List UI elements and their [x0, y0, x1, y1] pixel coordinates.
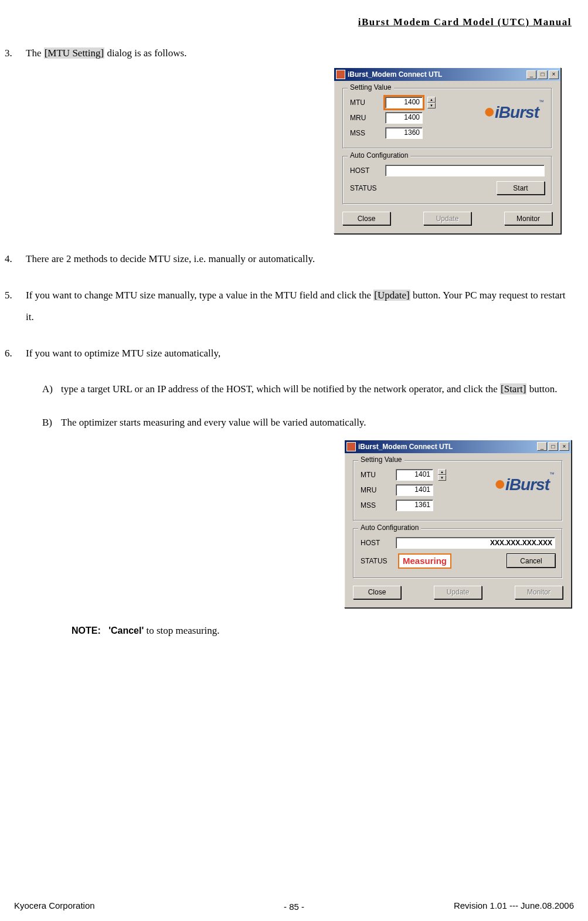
- mtu-input[interactable]: 1400: [385, 97, 423, 108]
- footer-right: Revision 1.01 --- June.08.2006: [454, 900, 574, 910]
- group-auto-config: Auto Configuration: [348, 151, 410, 159]
- page-content: The [MTU Setting] dialog is as follows. …: [5, 42, 572, 641]
- status-label: STATUS: [350, 184, 386, 192]
- host-label: HOST: [350, 166, 380, 175]
- close-button[interactable]: ×: [549, 70, 559, 79]
- minimize-button[interactable]: _: [526, 70, 536, 79]
- titlebar: iBurst_Modem Connect UTL _ □ ×: [334, 68, 560, 81]
- cancel-button[interactable]: Cancel: [507, 554, 555, 567]
- update-button[interactable]: Update: [434, 586, 482, 599]
- sub-item-a: A) type a target URL or an IP address of…: [42, 378, 572, 400]
- page-footer: Kyocera Corporation - 85 - Revision 1.01…: [14, 900, 574, 910]
- mss-label: MSS: [350, 129, 380, 137]
- mss-input[interactable]: 1360: [385, 127, 423, 139]
- li3-text-pre: The: [26, 47, 44, 59]
- close-dialog-button[interactable]: Close: [353, 586, 401, 599]
- page-number: - 85 -: [284, 902, 304, 912]
- spin-up-icon[interactable]: ▲: [438, 469, 446, 475]
- sub-item-b: B) The optimizer starts measuring and ev…: [42, 412, 572, 607]
- li6-text: If you want to optimize MTU size automat…: [26, 348, 220, 359]
- iburst-logo: ●iBurst™: [484, 99, 543, 123]
- app-icon: [346, 442, 356, 451]
- li5-text-pre: If you want to change MTU size manually,…: [26, 290, 373, 301]
- minimize-button[interactable]: _: [537, 442, 547, 451]
- mtu-label: MTU: [350, 98, 380, 107]
- status-label: STATUS: [361, 557, 393, 565]
- group-setting-value: Setting Value: [348, 83, 394, 91]
- mtu-dialog-1: iBurst_Modem Connect UTL _ □ × Setting V…: [334, 67, 561, 234]
- host-input[interactable]: [385, 165, 545, 176]
- spin-up-icon[interactable]: ▲: [427, 97, 436, 103]
- mtu-label: MTU: [361, 471, 391, 479]
- note-cancel: 'Cancel': [108, 626, 144, 635]
- update-button[interactable]: Update: [423, 212, 471, 225]
- mtu-dialog-2: iBurst_Modem Connect UTL _ □ × Setting V…: [344, 440, 572, 608]
- list-item-3: The [MTU Setting] dialog is as follows. …: [5, 42, 572, 234]
- marker-b: B): [42, 412, 52, 433]
- mtu-spinner[interactable]: ▲▼: [438, 469, 446, 481]
- note-label: NOTE:: [72, 626, 101, 635]
- host-input[interactable]: XXX.XXX.XXX.XXX: [396, 537, 555, 549]
- monitor-button[interactable]: Monitor: [504, 212, 552, 225]
- spin-down-icon[interactable]: ▼: [438, 475, 446, 481]
- li3-text-post: dialog is as follows.: [104, 47, 186, 59]
- mss-input[interactable]: 1361: [396, 499, 433, 511]
- footer-left: Kyocera Corporation: [14, 900, 95, 910]
- mss-label: MSS: [361, 501, 391, 509]
- window-title: iBurst_Modem Connect UTL: [358, 443, 536, 451]
- maximize-button[interactable]: □: [538, 70, 548, 79]
- spin-down-icon[interactable]: ▼: [427, 103, 436, 108]
- maximize-button[interactable]: □: [548, 442, 558, 451]
- window-title: iBurst_Modem Connect UTL: [348, 70, 525, 79]
- group-auto-config: Auto Configuration: [358, 524, 421, 532]
- iburst-logo: ●iBurst™: [494, 471, 554, 495]
- li6a-pre: type a target URL or an IP address of th…: [61, 383, 500, 395]
- monitor-button[interactable]: Monitor: [515, 586, 563, 599]
- mtu-spinner[interactable]: ▲▼: [427, 97, 436, 108]
- list-item-6: If you want to optimize MTU size automat…: [5, 342, 572, 642]
- mru-input[interactable]: 1401: [396, 484, 433, 496]
- li6b-text: The optimizer starts measuring and every…: [61, 417, 366, 428]
- page-header: iBurst Modem Card Model (UTC) Manual: [5, 16, 572, 28]
- mru-input[interactable]: 1400: [385, 112, 423, 124]
- mru-label: MRU: [350, 114, 380, 122]
- marker-a: A): [42, 378, 53, 400]
- note: NOTE: 'Cancel' to stop measuring.: [26, 620, 572, 641]
- mru-label: MRU: [361, 486, 391, 494]
- host-label: HOST: [361, 539, 391, 547]
- list-item-5: If you want to change MTU size manually,…: [5, 284, 572, 328]
- note-rest: to stop measuring.: [144, 625, 219, 636]
- mtu-input[interactable]: 1401: [396, 469, 433, 481]
- li6a-post: button.: [526, 383, 557, 395]
- status-value: Measuring: [398, 553, 451, 569]
- close-dialog-button[interactable]: Close: [342, 212, 390, 225]
- close-button[interactable]: ×: [559, 442, 569, 451]
- group-setting-value: Setting Value: [358, 456, 405, 464]
- li6a-highlight: [Start]: [500, 383, 526, 395]
- li3-highlight: [MTU Setting]: [44, 47, 105, 59]
- start-button[interactable]: Start: [497, 181, 545, 195]
- titlebar: iBurst_Modem Connect UTL _ □ ×: [345, 440, 571, 453]
- app-icon: [336, 70, 345, 79]
- li5-highlight: [Update]: [373, 290, 410, 301]
- list-item-4: There are 2 methods to decide MTU size, …: [5, 248, 572, 270]
